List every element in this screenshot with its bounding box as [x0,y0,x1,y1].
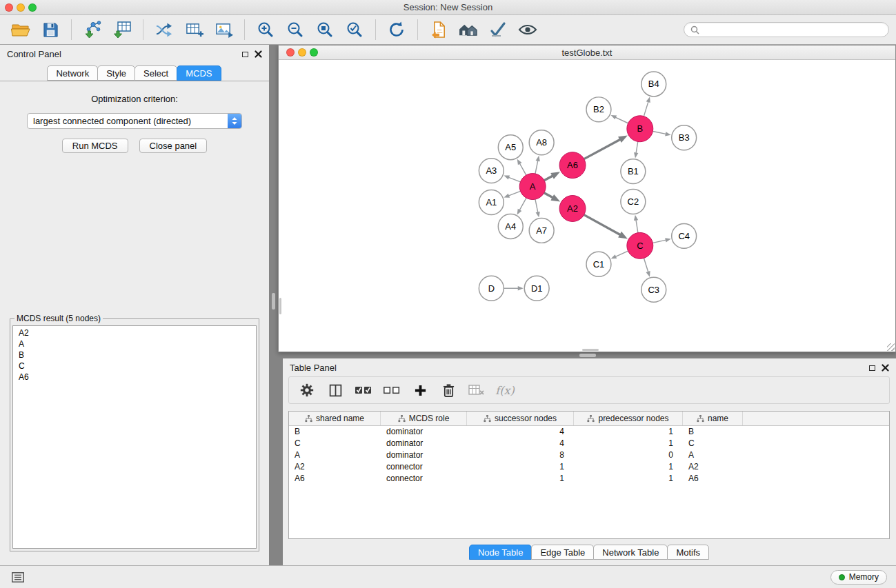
graph-node-D1[interactable]: D1 [524,276,549,301]
export-image-button[interactable] [210,17,237,42]
graph-edge-C-C2[interactable] [636,218,638,232]
table-row[interactable]: Bdominator41B [289,426,889,438]
mcds-result-item[interactable]: A2 [19,327,250,338]
tab-network-table[interactable]: Network Table [593,545,668,560]
graph-node-A4[interactable]: A4 [498,214,523,239]
float-panel-icon[interactable] [869,365,875,371]
unselect-all-button[interactable] [383,381,401,400]
tab-motifs[interactable]: Motifs [667,545,709,560]
criterion-dropdown[interactable]: largest connected component (directed) [27,113,242,129]
show-hide-button[interactable] [514,17,541,42]
zoom-selected-button[interactable] [341,17,368,42]
graph-node-C4[interactable]: C4 [672,223,697,248]
zoom-window-icon[interactable] [28,3,37,12]
vertical-split-handle[interactable] [272,293,275,310]
graph-node-A6[interactable]: A6 [559,152,586,179]
minimize-window-icon[interactable] [17,3,25,12]
tab-edge-table[interactable]: Edge Table [531,545,594,560]
close-view-icon[interactable] [286,48,295,57]
tab-select[interactable]: Select [135,65,177,81]
task-history-button[interactable] [9,567,27,587]
zoom-out-button[interactable] [281,17,309,42]
graph-edge-C-C4[interactable] [653,240,668,243]
table-row[interactable]: Cdominator41C [289,438,889,449]
column-header-name[interactable]: name [683,412,743,425]
graph-node-A3[interactable]: A3 [479,159,504,183]
graph-edge-A6-B[interactable] [584,138,623,159]
close-window-icon[interactable] [5,3,13,12]
column-header-predecessor-nodes[interactable]: predecessor nodes [574,412,683,425]
show-columns-button[interactable] [326,381,344,400]
zoom-view-icon[interactable] [310,48,318,57]
table-row[interactable]: A6connector11A6 [289,473,889,485]
new-table-button[interactable] [180,17,208,42]
graph-node-B1[interactable]: B1 [621,159,646,184]
column-header-successor-nodes[interactable]: successor nodes [467,412,574,425]
vertical-scrollbar[interactable] [279,298,281,314]
mcds-result-item[interactable]: C [19,361,250,372]
horizontal-split-handle[interactable] [579,354,596,357]
graph-node-A7[interactable]: A7 [529,218,554,243]
column-header-MCDS-role[interactable]: MCDS role [381,412,467,425]
import-network-button[interactable] [79,17,106,42]
network-canvas[interactable]: AA1A2A3A4A5A6A7A8BB1B2B3B4CC1C2C3C4DD1 [279,61,895,352]
delete-table-button[interactable] [468,381,486,400]
search-input[interactable] [703,25,882,34]
graph-node-A5[interactable]: A5 [498,135,523,160]
graph-node-B3[interactable]: B3 [672,125,697,150]
minimize-view-icon[interactable] [298,48,306,57]
graph-node-B[interactable]: B [627,116,653,142]
graph-edge-B-B2[interactable] [614,116,628,123]
graph-edge-C-C3[interactable] [644,258,648,274]
graph-edge-C-C1[interactable] [614,251,628,257]
mcds-result-item[interactable]: A [19,338,250,349]
graph-node-D[interactable]: D [479,276,504,301]
graph-node-B2[interactable]: B2 [586,97,611,122]
graph-edge-A-A8[interactable] [535,159,538,174]
zoom-fit-button[interactable] [311,17,339,42]
float-panel-icon[interactable] [242,52,248,57]
tab-style[interactable]: Style [97,65,135,81]
graph-node-C3[interactable]: C3 [641,277,666,302]
close-panel-icon[interactable] [882,364,889,372]
search-box[interactable] [684,22,889,37]
mcds-result-item[interactable]: A6 [19,372,250,383]
column-header-shared-name[interactable]: shared name [289,412,381,425]
apply-layout-button[interactable] [383,17,410,42]
tab-mcds[interactable]: MCDS [177,65,221,81]
import-table-button[interactable] [108,17,136,42]
mcds-result-item[interactable]: B [19,349,250,361]
select-all-button[interactable] [355,381,372,400]
graph-edge-B-B3[interactable] [653,132,668,134]
table-row[interactable]: Adominator80A [289,449,889,461]
function-builder-button[interactable]: f(x) [496,381,514,400]
close-panel-button[interactable]: Close panel [139,139,208,153]
memory-button[interactable]: Memory [830,570,887,585]
graph-node-A8[interactable]: A8 [529,130,554,155]
graph-edge-A-A4[interactable] [519,198,526,212]
tab-node-table[interactable]: Node Table [469,545,532,560]
horizontal-scrollbar[interactable] [582,349,599,351]
style-check-button[interactable] [484,17,512,42]
graph-edge-B-B4[interactable] [644,100,648,116]
graph-edge-A2-C[interactable] [584,215,623,236]
tab-network[interactable]: Network [47,65,98,81]
graph-node-B4[interactable]: B4 [641,72,666,97]
resize-grip[interactable] [887,343,895,351]
delete-column-button[interactable] [439,381,457,400]
zoom-in-button[interactable] [252,17,279,42]
graph-node-C2[interactable]: C2 [621,190,646,214]
graph-node-C[interactable]: C [627,232,653,258]
save-session-button[interactable] [37,17,64,42]
close-panel-icon[interactable] [255,50,262,58]
graph-node-A[interactable]: A [519,174,546,200]
mcds-result-list[interactable]: A2ABCA6 [12,325,257,549]
graph-node-A1[interactable]: A1 [479,190,504,215]
graph-node-A2[interactable]: A2 [559,196,586,222]
add-column-button[interactable] [411,381,429,400]
new-network-button[interactable] [150,17,178,42]
document-import-button[interactable] [425,17,452,42]
graph-edge-A-A7[interactable] [535,199,538,214]
open-session-button[interactable] [7,17,34,42]
graph-node-C1[interactable]: C1 [586,252,611,276]
